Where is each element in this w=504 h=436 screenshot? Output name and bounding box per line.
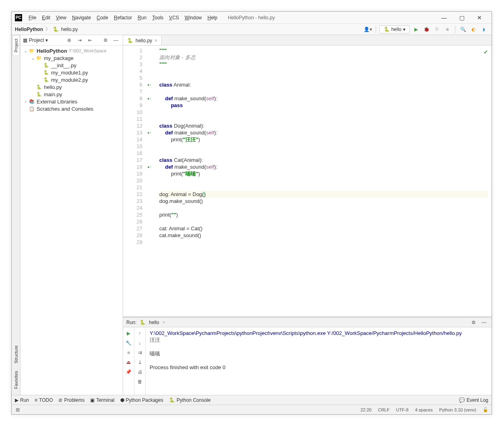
tab-project[interactable]: Project <box>12 35 20 56</box>
collapse-icon[interactable]: ⇤ <box>86 36 95 45</box>
menu-help[interactable]: Help <box>205 14 220 21</box>
tab-favorites[interactable]: Favorites <box>12 367 20 393</box>
run-config-name[interactable]: hello <box>149 320 159 325</box>
expand-icon[interactable]: ⇥ <box>75 36 84 45</box>
menu-tools[interactable]: Tools <box>150 14 166 21</box>
exit-icon[interactable]: ⏏ <box>124 358 133 367</box>
run-tool-window: Run: 🐍 hello × ⚙ — ▶ 🔧 ■ ⏏ 📌 <box>123 316 492 395</box>
tab-packages[interactable]: ⬢Python Packages <box>120 397 163 403</box>
project-panel: ▦ Project ▾ ⊕ ⇥ ⇤ ⚙ — ⌄📁HelloPythonY:\00… <box>21 35 123 395</box>
down-icon[interactable]: ↓ <box>136 339 144 347</box>
run-header: Run: 🐍 hello × ⚙ — <box>123 318 492 327</box>
tree-item[interactable]: ›📚External Libraries <box>21 98 123 105</box>
minimize-button[interactable]: — <box>435 12 453 23</box>
search-icon[interactable]: 🔍 <box>459 25 467 34</box>
gear-icon[interactable]: ⚙ <box>469 318 478 327</box>
tree-item[interactable]: 📋Scratches and Consoles <box>21 105 123 112</box>
soft-wrap-icon[interactable]: ⇉ <box>136 348 144 357</box>
print-icon[interactable]: 🖨 <box>136 368 144 376</box>
stop-button[interactable]: ■ <box>443 25 452 34</box>
window-title: HelloPython - hello.py <box>228 15 275 21</box>
cursor-position[interactable]: 22:20 <box>357 407 375 412</box>
chevron-down-icon: ▾ <box>403 27 405 32</box>
tab-problems[interactable]: ⊘Problems <box>58 397 84 403</box>
menu-edit[interactable]: Edit <box>39 14 53 21</box>
menu-view[interactable]: View <box>53 14 69 21</box>
breadcrumb-file[interactable]: hello.py <box>61 27 78 32</box>
ide-window: PC FileEditViewNavigateCodeRefactorRunTo… <box>11 11 492 415</box>
python-icon: 🐍 <box>384 27 390 32</box>
target-icon[interactable]: ⊕ <box>65 36 74 45</box>
console-output[interactable]: Y:\002_WorkSpace\PycharmProjects\pythonP… <box>146 327 492 395</box>
folder-icon: ▦ <box>23 37 27 43</box>
stop-icon[interactable]: ■ <box>124 348 133 357</box>
code-editor[interactable]: 1234567891011121314151617181920212223242… <box>123 45 492 316</box>
run-toolbar: ▶ 🔧 ■ ⏏ 📌 <box>123 327 134 395</box>
run-label: Run: <box>126 320 136 325</box>
breadcrumb[interactable]: HelloPython 〉 🐍 hello.py <box>15 26 78 33</box>
run-config-selector[interactable]: 🐍 hello ▾ <box>379 25 410 33</box>
menu-navigate[interactable]: Navigate <box>70 14 93 21</box>
tree-item[interactable]: ⌄📁HelloPythonY:\002_WorkSpace <box>21 47 123 54</box>
wrench-icon[interactable]: 🔧 <box>124 339 133 347</box>
tree-item[interactable]: ⌄📁my_package <box>21 54 123 62</box>
menu-vcs[interactable]: VCS <box>167 14 181 21</box>
update-icon[interactable]: ◐ <box>469 25 478 34</box>
tab-todo[interactable]: ≡TODO <box>35 397 53 403</box>
tab-console[interactable]: 🐍Python Console <box>169 397 211 403</box>
python-icon: 🐍 <box>53 27 59 32</box>
scroll-icon[interactable]: ⤓ <box>136 358 144 367</box>
menu-refactor[interactable]: Refactor <box>111 14 134 21</box>
tab-run[interactable]: ▶Run <box>15 397 29 403</box>
users-icon[interactable]: 👤▾ <box>364 25 372 34</box>
lock-icon[interactable]: 🔓 <box>479 407 492 412</box>
tree-item[interactable]: 🐍__init__.py <box>21 62 123 69</box>
editor-tabs: 🐍 hello.py × <box>123 35 492 45</box>
gear-icon[interactable]: ⚙ <box>101 36 110 45</box>
menu-code[interactable]: Code <box>94 14 111 21</box>
status-bar: ▥ 22:20 CRLF UTF-8 4 spaces Python 3.10 … <box>12 405 492 414</box>
run-button[interactable]: ▶ <box>411 25 420 34</box>
debug-button[interactable]: 🐞 <box>422 25 431 34</box>
hide-icon[interactable]: — <box>111 36 120 45</box>
indent-info[interactable]: 4 spaces <box>412 407 436 412</box>
tree-item[interactable]: 🐍my_module1.py <box>21 69 123 76</box>
tree-item[interactable]: 🐍my_module2.py <box>21 76 123 83</box>
tab-hello-py[interactable]: 🐍 hello.py × <box>123 36 162 45</box>
close-icon[interactable]: × <box>154 38 157 43</box>
breadcrumb-project[interactable]: HelloPython <box>15 27 43 32</box>
trash-icon[interactable]: 🗑 <box>136 377 144 386</box>
panel-header: ▦ Project ▾ ⊕ ⇥ ⇤ ⚙ — <box>21 35 123 45</box>
python-icon: 🐍 <box>127 38 133 43</box>
coverage-button[interactable]: ⥁ <box>432 25 441 34</box>
project-tree[interactable]: ⌄📁HelloPythonY:\002_WorkSpace⌄📁my_packag… <box>21 45 123 395</box>
close-icon[interactable]: × <box>163 320 165 325</box>
maximize-button[interactable]: ▢ <box>453 12 471 23</box>
up-icon[interactable]: ↑ <box>136 329 144 338</box>
tool-windows-icon[interactable]: ▥ <box>13 405 22 414</box>
python-interpreter[interactable]: Python 3.10 (venv) <box>436 407 479 412</box>
main-menu: FileEditViewNavigateCodeRefactorRunTools… <box>26 14 220 21</box>
close-button[interactable]: ✕ <box>471 12 488 23</box>
tab-terminal[interactable]: ▣Terminal <box>90 397 114 403</box>
navigation-bar: HelloPython 〉 🐍 hello.py 👤▾ 🐍 hello ▾ ▶ … <box>12 24 492 35</box>
tree-item[interactable]: 🐍main.py <box>21 91 123 98</box>
run-toolbar-2: ↑ ↓ ⇉ ⤓ 🖨 🗑 <box>134 327 146 395</box>
main-area: Project Structure Favorites ▦ Project ▾ … <box>12 35 492 395</box>
panel-title[interactable]: Project <box>29 37 44 43</box>
menu-run[interactable]: Run <box>135 14 149 21</box>
tree-item[interactable]: 🐍hello.py <box>21 83 123 91</box>
menu-window[interactable]: Window <box>182 14 204 21</box>
tab-structure[interactable]: Structure <box>12 342 20 367</box>
python-icon: 🐍 <box>140 320 146 325</box>
hide-icon[interactable]: — <box>479 318 488 327</box>
file-encoding[interactable]: UTF-8 <box>393 407 411 412</box>
line-separator[interactable]: CRLF <box>375 407 393 412</box>
pin-icon[interactable]: 📌 <box>124 368 133 376</box>
menu-file[interactable]: File <box>26 14 39 21</box>
rerun-button[interactable]: ▶ <box>124 329 133 338</box>
left-tool-strip: Project Structure Favorites <box>12 35 21 395</box>
chevron-down-icon[interactable]: ▾ <box>45 37 48 43</box>
tab-event-log[interactable]: 💬Event Log <box>459 397 488 403</box>
ide-icon[interactable]: ◗ <box>479 25 488 34</box>
